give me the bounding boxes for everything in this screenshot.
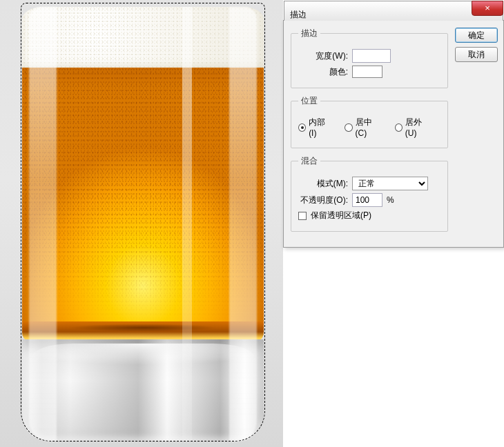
cancel-button[interactable]: 取消 <box>455 47 498 62</box>
ok-button[interactable]: 确定 <box>455 28 498 43</box>
group-blend: 混合 模式(M): 正常 不透明度(O): % 保留透明区域(P) <box>291 155 448 232</box>
opacity-unit: % <box>387 195 394 205</box>
radio-inside[interactable]: 内部(I) <box>298 117 331 138</box>
group-stroke-legend: 描边 <box>298 28 320 39</box>
beer-bubbles <box>22 68 264 324</box>
group-stroke: 描边 宽度(W): 颜色: <box>291 28 448 88</box>
color-swatch[interactable] <box>352 66 382 78</box>
width-input[interactable] <box>352 49 391 63</box>
group-position-legend: 位置 <box>298 95 320 107</box>
radio-icon <box>298 123 306 132</box>
glass-highlight-right <box>229 7 257 441</box>
radio-center[interactable]: 居中(C) <box>345 117 380 138</box>
stroke-dialog: 描边 × 描边 宽度(W): 颜色: 位置 内部(I) <box>283 20 504 248</box>
preserve-checkbox[interactable] <box>298 212 307 220</box>
radio-icon <box>345 123 352 132</box>
radio-inside-label: 内部(I) <box>309 117 331 138</box>
beer-foam <box>22 7 264 69</box>
close-icon: × <box>485 3 490 13</box>
opacity-label: 不透明度(O): <box>298 195 348 206</box>
beer-liquid <box>22 68 264 324</box>
radio-outside[interactable]: 居外(U) <box>395 117 431 138</box>
glass-base <box>22 339 264 441</box>
glass-highlight-left <box>29 7 57 441</box>
mode-label: 模式(M): <box>298 178 348 190</box>
opacity-input[interactable] <box>352 193 382 207</box>
mode-select[interactable]: 正常 <box>352 177 428 190</box>
dialog-buttons: 确定 取消 <box>455 21 503 247</box>
radio-icon <box>395 123 403 132</box>
dialog-title: 描边 <box>290 9 307 21</box>
beer-glass-artwork <box>22 0 264 441</box>
dialog-titlebar[interactable]: 描边 <box>284 1 503 21</box>
group-blend-legend: 混合 <box>298 155 320 167</box>
width-label: 宽度(W): <box>298 50 348 62</box>
glass-highlight-streak <box>182 7 192 441</box>
radio-outside-label: 居外(U) <box>405 117 431 138</box>
color-label: 颜色: <box>298 66 348 78</box>
preserve-label: 保留透明区域(P) <box>311 210 371 221</box>
group-position: 位置 内部(I) 居中(C) 居外(U) <box>291 95 448 148</box>
dialog-body: 描边 宽度(W): 颜色: 位置 内部(I) 居中(C) <box>284 21 455 247</box>
close-button[interactable]: × <box>472 1 503 16</box>
radio-center-label: 居中(C) <box>356 117 381 138</box>
